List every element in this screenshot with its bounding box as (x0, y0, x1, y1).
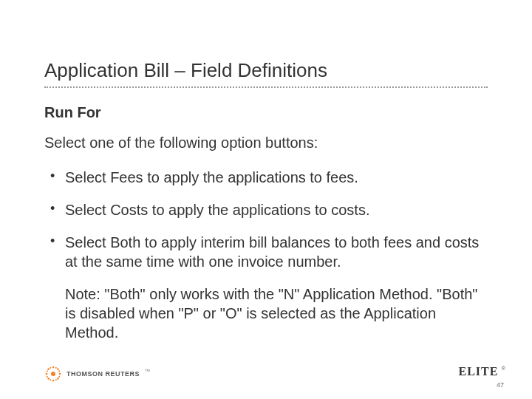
svg-point-15 (50, 379, 51, 381)
lead-text: Select one of the following option butto… (44, 134, 488, 151)
svg-point-8 (57, 378, 59, 380)
svg-point-5 (47, 368, 50, 370)
svg-point-13 (47, 376, 48, 378)
svg-point-7 (47, 378, 50, 380)
list-item: Select Both to apply interim bill balanc… (44, 233, 488, 271)
trademark-icon: ™ (144, 368, 150, 375)
svg-point-12 (58, 370, 60, 372)
svg-point-1 (52, 366, 55, 369)
bullet-list: Select Fees to apply the applications to… (44, 168, 488, 271)
page-number: 47 (497, 381, 504, 389)
svg-point-4 (59, 373, 61, 375)
footer: THOMSON REUTERS ™ ELITE ® 47 (0, 364, 532, 389)
brand-left-label: THOMSON REUTERS (66, 370, 140, 378)
svg-point-2 (52, 380, 55, 382)
brand-right-label: ELITE (458, 365, 498, 378)
elite-logo: ELITE ® (458, 365, 505, 378)
svg-point-16 (55, 379, 57, 381)
list-item: Select Fees to apply the applications to… (44, 168, 488, 187)
registered-icon: ® (502, 366, 505, 371)
slide-title: Application Bill – Field Definitions (44, 59, 488, 88)
svg-point-10 (55, 367, 57, 369)
slide: Application Bill – Field Definitions Run… (0, 0, 532, 399)
svg-point-14 (58, 376, 60, 378)
svg-point-3 (46, 373, 48, 375)
svg-point-6 (57, 368, 59, 370)
svg-point-11 (47, 370, 48, 372)
svg-point-0 (51, 372, 55, 376)
thomson-reuters-logo: THOMSON REUTERS ™ (44, 365, 150, 383)
section-subheading: Run For (44, 104, 488, 121)
note-text: Note: "Both" only works with the "N" App… (44, 284, 488, 342)
sunburst-icon (44, 365, 62, 383)
svg-point-9 (50, 367, 51, 369)
list-item: Select Costs to apply the applications t… (44, 200, 488, 219)
